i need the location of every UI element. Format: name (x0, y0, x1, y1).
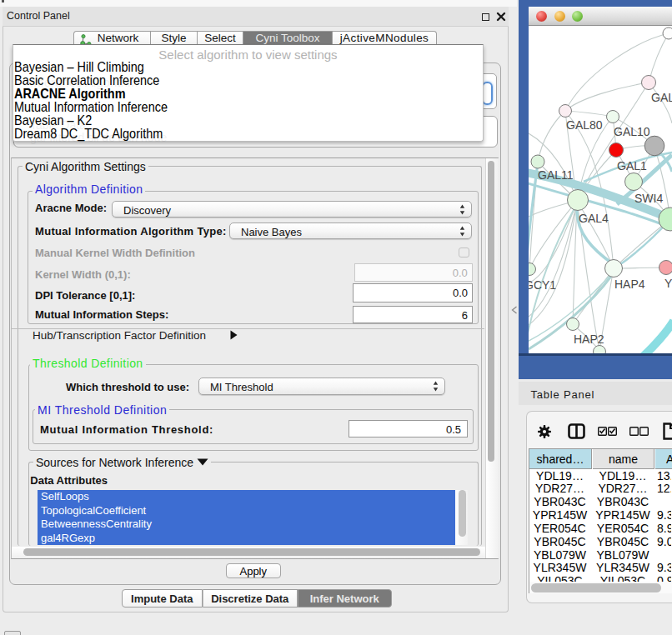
svg-text:GAL10: GAL10 (614, 125, 650, 138)
svg-text:SWI4: SWI4 (634, 192, 663, 205)
svg-text:GAL4: GAL4 (579, 212, 609, 225)
svg-text:GAL: GAL (651, 91, 672, 104)
svg-text:GAL11: GAL11 (538, 168, 574, 182)
svg-text:GAL1: GAL1 (617, 159, 647, 172)
svg-text:GCY1: GCY1 (529, 278, 556, 292)
svg-text:HAP4: HAP4 (614, 278, 645, 291)
svg-text:HAP2: HAP2 (574, 332, 604, 346)
svg-text:Y: Y (664, 277, 672, 290)
svg-text:GAL80: GAL80 (566, 118, 603, 132)
